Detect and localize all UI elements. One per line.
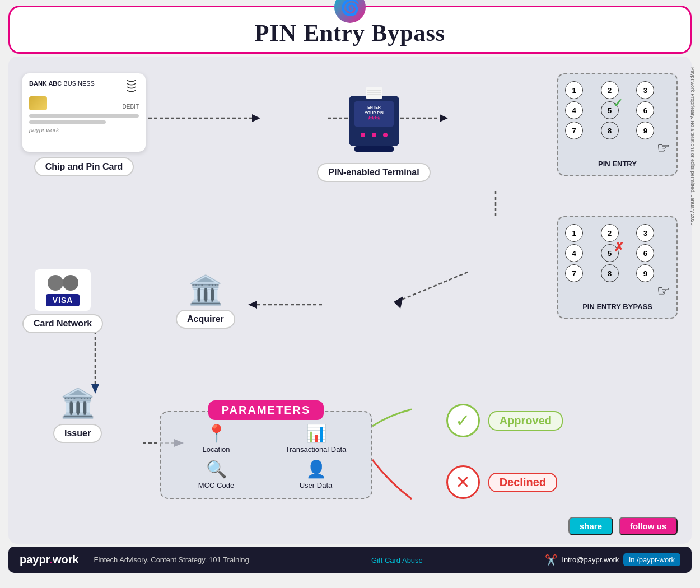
email-icon: ✂️ <box>545 554 557 566</box>
bypass-key-1: 1 <box>565 224 583 242</box>
top-row: BANK ABC BUSINESS )))) DEBIT paypr.work … <box>22 73 557 182</box>
bypass-key-2: 2 <box>601 224 619 242</box>
footer-center: Gift Card Abuse <box>371 555 423 565</box>
hand-pointing-icon: ☞ <box>565 139 670 157</box>
bypass-key-3: 3 <box>636 224 654 242</box>
transactional-icon: 📊 <box>306 423 326 443</box>
mastercard-icon <box>48 274 78 292</box>
middle-row: VISA Card Network 🏛️ Acquirer <box>22 269 235 333</box>
user-param: 👤 User Data <box>269 459 363 489</box>
pin-entry-box: 1 2 3 4 5 ✓ 6 7 8 9 ☞ PIN ENTRY <box>557 73 678 176</box>
bypass-key-4: 4 <box>565 244 583 262</box>
pin-bypass-label: PIN ENTRY BYPASS <box>565 302 670 311</box>
card-network-icon-box: VISA <box>35 269 91 311</box>
card-bank-name: BANK ABC BUSINESS <box>29 80 95 87</box>
footer-link[interactable]: Gift Card Abuse <box>371 556 423 564</box>
card-network-section: VISA Card Network <box>22 269 103 333</box>
key-5-highlighted: 5 ✓ <box>601 101 619 119</box>
approved-icon: ✓ <box>446 404 480 437</box>
bypass-key-7: 7 <box>565 264 583 282</box>
card-brand: paypr.work <box>29 127 139 133</box>
footer-left: paypr.work Fintech Advisory. Content Str… <box>20 553 249 566</box>
pin-bypass-box: 1 2 3 4 5 ✗ 6 7 8 9 ☞ PIN ENTRY BYPASS <box>557 216 678 319</box>
svg-rect-21 <box>366 87 382 99</box>
acquirer-section: 🏛️ Acquirer <box>176 274 235 329</box>
card-type: DEBIT <box>29 104 139 110</box>
card-number-lines <box>29 114 139 124</box>
mcc-param: 🔍 MCC Code <box>169 459 263 489</box>
key-4: 4 <box>565 101 583 119</box>
parameters-badge: PARAMETERS <box>208 400 324 420</box>
parameters-box: 📍 Location 📊 Transactional Data 🔍 MCC Co… <box>160 411 372 499</box>
card-section: BANK ABC BUSINESS )))) DEBIT paypr.work … <box>22 73 146 176</box>
user-label: User Data <box>300 481 333 489</box>
footer-contact: ✂️ Intro@paypr.work in /paypr-work <box>545 553 680 566</box>
pin-entry-section: 1 2 3 4 5 ✓ 6 7 8 9 ☞ PIN ENTRY <box>557 73 678 176</box>
transactional-param: 📊 Transactional Data <box>269 423 363 454</box>
issuer-building-icon: 🏛️ <box>60 387 95 419</box>
mcc-icon: 🔍 <box>206 459 227 479</box>
approved-label: Approved <box>488 411 563 431</box>
user-icon: 👤 <box>306 459 326 479</box>
svg-text:****: **** <box>368 115 380 124</box>
issuer-label: Issuer <box>53 424 102 443</box>
key-1: 1 <box>565 81 583 99</box>
svg-point-18 <box>361 133 365 137</box>
bypass-key-6: 6 <box>636 244 654 262</box>
location-label: Location <box>202 445 230 454</box>
key-9: 9 <box>636 122 654 139</box>
approved-row: ✓ Approved <box>446 404 563 437</box>
location-param: 📍 Location <box>169 423 263 454</box>
pin-bypass-section: 1 2 3 4 5 ✗ 6 7 8 9 ☞ PIN ENTRY BYPASS <box>557 216 678 319</box>
pin-entry-label: PIN ENTRY <box>565 160 670 168</box>
main-content: BANK ABC BUSINESS )))) DEBIT paypr.work … <box>8 57 692 544</box>
page-title: PIN Entry Bypass <box>255 20 445 46</box>
card-network-label: Card Network <box>22 314 103 333</box>
outcomes-section: ✓ Approved ✕ Declined <box>446 404 563 499</box>
mcc-label: MCC Code <box>198 481 234 489</box>
top-banner: 🌀 PIN Entry Bypass <box>8 6 692 54</box>
key-3: 3 <box>636 81 654 99</box>
bypass-key-5: 5 ✗ <box>601 244 619 262</box>
linkedin-badge[interactable]: in /paypr-work <box>623 553 680 566</box>
bypass-key-9: 9 <box>636 264 654 282</box>
copyright-text: Paypr.work Proprietary. No alterations o… <box>690 67 696 225</box>
declined-label: Declined <box>488 473 557 492</box>
footer-bar: paypr.work Fintech Advisory. Content Str… <box>8 547 692 573</box>
key-8: 8 <box>601 122 619 139</box>
issuer-section: 🏛️ Issuer <box>53 387 102 443</box>
hand-pointing-bypass-icon: ☞ <box>565 282 670 300</box>
bypass-key-8: 8 <box>601 264 619 282</box>
chip-card-label: Chip and Pin Card <box>34 157 134 176</box>
credit-card: BANK ABC BUSINESS )))) DEBIT paypr.work <box>22 73 146 152</box>
svg-point-20 <box>383 133 388 137</box>
terminal-section: ENTER YOUR PIN **** PIN-enabled Termi <box>317 73 430 182</box>
svg-rect-25 <box>354 146 394 152</box>
svg-text:YOUR PIN: YOUR PIN <box>365 111 384 115</box>
footer-email: Intro@paypr.work <box>562 556 619 564</box>
pin-bypass-keypad: 1 2 3 4 5 ✗ 6 7 8 9 <box>565 224 670 282</box>
key-6: 6 <box>636 101 654 119</box>
location-icon: 📍 <box>206 423 227 443</box>
parameters-section: PARAMETERS 📍 Location 📊 Transactional Da… <box>160 400 372 499</box>
svg-line-5 <box>400 272 468 300</box>
checkmark-icon: ✓ <box>613 96 623 111</box>
footer-logo: paypr.work <box>20 553 79 566</box>
svg-marker-8 <box>248 301 257 309</box>
terminal-icon: ENTER YOUR PIN **** <box>338 73 410 157</box>
follow-button[interactable]: follow us <box>619 517 678 535</box>
declined-row: ✕ Declined <box>446 465 563 499</box>
footer-tagline: Fintech Advisory. Content Strategy. 101 … <box>94 556 249 564</box>
terminal-label: PIN-enabled Terminal <box>317 163 430 182</box>
pin-keypad: 1 2 3 4 5 ✓ 6 7 8 9 <box>565 81 670 139</box>
visa-badge: VISA <box>46 294 80 306</box>
svg-text:ENTER: ENTER <box>367 105 381 109</box>
key-7: 7 <box>565 122 583 139</box>
acquirer-building-icon: 🏛️ <box>188 274 223 306</box>
contactless-icon: )))) <box>127 80 138 93</box>
share-button[interactable]: share <box>568 517 613 535</box>
svg-point-19 <box>372 133 376 137</box>
svg-marker-6 <box>394 296 403 309</box>
transactional-label: Transactional Data <box>286 445 347 454</box>
cross-icon: ✗ <box>614 240 624 255</box>
